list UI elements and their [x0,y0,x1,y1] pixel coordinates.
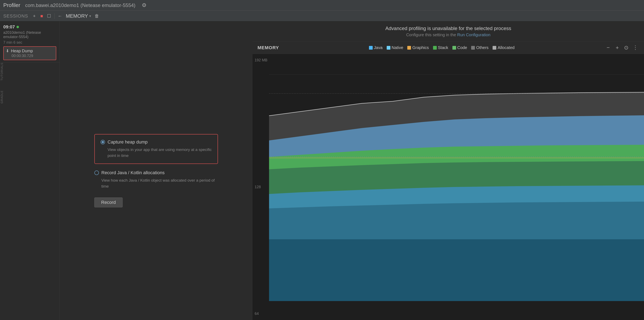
y-label-192: 192 MB [255,58,269,62]
session-time-row: 09:07 [3,24,56,30]
y-label-128: 128 [255,185,269,189]
app-name: Profiler [3,2,20,8]
y-axis-labels: 192 MB 128 64 [252,54,271,320]
sidebar: 09:07 a2010demo1 (Netease emulator-5554)… [0,21,60,320]
legend-allocated: Allocated [492,45,514,50]
zoom-reset-button[interactable]: ⊙ [622,44,630,51]
java-color [369,46,373,50]
center-panel: Capture heap dump View objects in your a… [60,21,252,320]
heap-dump-timestamp: 00:00:30.729 [6,54,54,58]
delete-button[interactable]: 🗑 [93,12,100,20]
advanced-notice: Advanced profiling is unavailable for th… [252,21,644,42]
sessions-label: SESSIONS [3,13,28,19]
y-label-64: 64 [255,312,269,316]
zoom-in-button[interactable]: + [614,44,621,51]
chevron-down-icon: ▾ [89,14,91,18]
session-device-name: a2010demo1 (Netease emulator-5554) [3,30,56,39]
option2-title: Record Java / Kotlin allocations [101,170,164,175]
heap-dump-row: ⬇ Heap Dump [6,48,54,53]
heap-dump-icon: ⬇ [6,48,9,53]
gradle-label: GRADLE [0,90,4,104]
chart-legend: Java Native Graphics Stack Code [369,45,514,50]
more-options-button[interactable]: ⋮ [632,44,639,51]
memory-chart-svg [269,54,644,301]
advanced-profiling-title: Advanced profiling is unavailable for th… [258,25,639,31]
option1-description: View objects in your app that are using … [100,147,212,159]
tutorials-label: TUTORIALS [0,62,4,81]
zoom-out-button[interactable]: − [604,44,612,51]
allocated-color [492,46,496,50]
native-color [387,46,390,50]
capture-heap-dump-option[interactable]: Capture heap dump View objects in your a… [94,134,218,164]
stack-color [433,46,437,50]
back-button[interactable]: ← [56,12,64,20]
run-configuration-link[interactable]: Run Configuration [457,32,490,37]
zoom-controls: − + ⊙ ⋮ [604,44,639,51]
java-label: Java [374,45,382,50]
heap-dump-label: Heap Dump [11,49,33,53]
record-button[interactable]: Record [94,198,122,207]
memory-chart-panel: Advanced profiling is unavailable for th… [252,21,644,320]
record-allocations-radio[interactable] [94,171,99,175]
stack-label: Stack [438,45,448,50]
graphics-color [407,46,411,50]
capture-heap-dump-radio[interactable] [100,140,105,144]
heap-dump-item[interactable]: ⬇ Heap Dump 00:00:30.729 [3,46,56,60]
chart-header: MEMORY Java Native Graphics Stack [252,42,644,54]
vertical-labels: TUTORIALS GRADLE [0,62,4,104]
legend-java: Java [369,45,382,50]
code-label: Code [457,45,467,50]
session-item: 09:07 a2010demo1 (Netease emulator-5554)… [0,21,60,62]
stop-button[interactable]: ■ [38,12,45,20]
split-button[interactable]: ☐ [45,12,53,20]
option1-row: Capture heap dump [100,139,212,145]
option2-row: Record Java / Kotlin allocations [94,170,218,175]
others-label: Others [476,45,488,50]
configure-subtitle: Configure this setting in the Run Config… [258,32,639,37]
session-duration: 7 min 6 sec [3,40,56,45]
chart-title: MEMORY [258,45,279,50]
native-label: Native [392,45,404,50]
legend-others: Others [471,45,488,50]
legend-native: Native [387,45,404,50]
title-bar: Profiler com.bawei.a2010demo1 (Netease e… [0,0,644,11]
svg-marker-10 [269,239,644,301]
configure-text: Configure this setting in the [406,32,456,37]
session-title: com.bawei.a2010demo1 (Netease emulator-5… [25,2,135,8]
graphics-label: Graphics [412,45,429,50]
add-session-button[interactable]: + [30,12,38,20]
settings-button[interactable]: ⚙ [140,2,148,9]
title-bar-controls: ⚙ [140,2,148,9]
main-layout: 09:07 a2010demo1 (Netease emulator-5554)… [0,21,644,320]
others-color [471,46,475,50]
allocated-label: Allocated [498,45,514,50]
memory-label: MEMORY [66,13,88,19]
session-active-dot [16,26,19,28]
legend-stack: Stack [433,45,448,50]
capture-options: Capture heap dump View objects in your a… [94,134,218,207]
legend-code: Code [452,45,467,50]
chart-area: 192 MB 128 64 [252,54,644,320]
option1-title: Capture heap dump [108,139,148,145]
option2-description: View how each Java / Kotlin object was a… [94,178,218,189]
memory-dropdown[interactable]: MEMORY ▾ [64,12,93,20]
code-color [452,46,456,50]
session-time: 09:07 [3,24,15,30]
tab-strip: SESSIONS + ■ ☐ ← MEMORY ▾ 🗑 [0,11,644,21]
legend-graphics: Graphics [407,45,429,50]
record-allocations-option[interactable]: Record Java / Kotlin allocations View ho… [94,168,218,191]
